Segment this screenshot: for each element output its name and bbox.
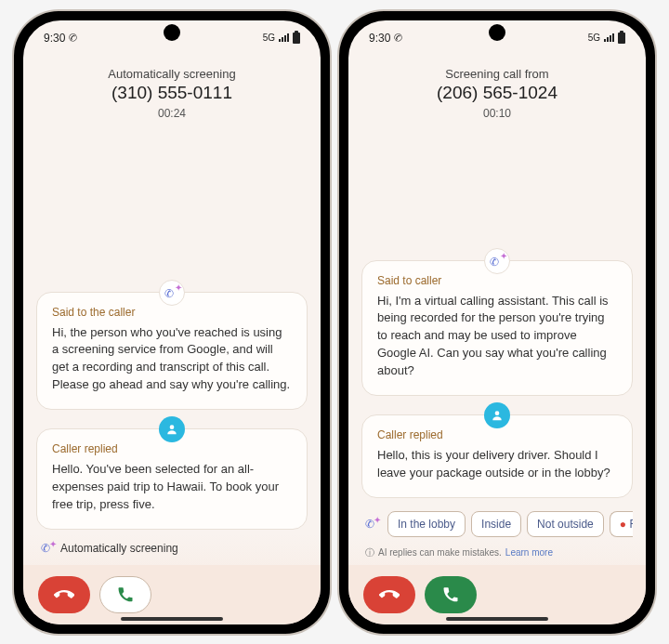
battery-icon xyxy=(618,33,625,44)
call-timer: 00:10 xyxy=(348,107,646,120)
call-active-icon: ✆ xyxy=(393,31,404,45)
answer-button[interactable] xyxy=(425,576,477,613)
call-timer: 00:24 xyxy=(23,107,321,120)
card-label: Said to caller xyxy=(377,274,617,287)
reply-chip-overflow[interactable]: ● Rep xyxy=(610,511,633,537)
phone-screen: 9:30 ✆ 5G Screening call from (206) 565-… xyxy=(348,20,646,624)
caller-message-card: Caller replied Hello, this is your deliv… xyxy=(361,414,633,498)
call-header: Screening call from (206) 565-1024 00:10 xyxy=(348,56,646,125)
svg-point-1 xyxy=(495,411,500,415)
card-label: Caller replied xyxy=(377,428,617,441)
card-text: Hi, I'm a virtual calling assistant. Thi… xyxy=(377,293,617,380)
screening-status: ✆✦ Automatically screening xyxy=(36,535,308,565)
screening-title: Automatically screening xyxy=(23,67,321,81)
answer-button[interactable] xyxy=(99,576,151,613)
network-label: 5G xyxy=(588,33,600,43)
phone-mockup-right: 9:30 ✆ 5G Screening call from (206) 565-… xyxy=(339,11,655,634)
caller-number: (310) 555-0111 xyxy=(23,83,321,103)
status-time: 9:30 xyxy=(44,32,65,45)
signal-icon xyxy=(279,33,289,42)
status-text: Automatically screening xyxy=(60,542,178,555)
disclaimer-text: AI replies can make mistakes. xyxy=(378,547,502,558)
learn-more-link[interactable]: Learn more xyxy=(505,547,553,558)
transcript-area: ✆✦ Said to caller Hi, I'm a virtual call… xyxy=(348,125,646,565)
assistant-icon: ✆✦ xyxy=(40,541,55,556)
card-text: Hello, this is your delivery driver. Sho… xyxy=(377,447,617,482)
call-actions xyxy=(23,565,321,624)
transcript-area: ✆✦ Said to the caller Hi, the person who… xyxy=(23,125,321,565)
info-icon: ⓘ xyxy=(365,546,374,559)
card-text: Hi, the person who you've reached is usi… xyxy=(52,324,292,394)
battery-icon xyxy=(293,33,300,44)
call-header: Automatically screening (310) 555-0111 0… xyxy=(23,56,321,125)
network-label: 5G xyxy=(263,33,275,43)
ai-disclaimer: ⓘ AI replies can make mistakes. Learn mo… xyxy=(361,545,633,565)
card-text: Hello. You've been selected for an all-e… xyxy=(52,461,292,514)
svg-point-0 xyxy=(170,425,175,429)
assistant-icon: ✆✦ xyxy=(361,514,382,534)
camera-notch xyxy=(164,24,180,41)
hangup-button[interactable] xyxy=(38,576,90,613)
screening-title: Screening call from xyxy=(348,67,646,81)
suggested-replies: ✆✦ In the lobby Inside Not outside ● Rep xyxy=(361,504,633,539)
assistant-message-card: ✆✦ Said to caller Hi, I'm a virtual call… xyxy=(361,260,633,396)
phone-screen: 9:30 ✆ 5G Automatically screening (310) … xyxy=(23,20,321,624)
caller-message-card: Caller replied Hello. You've been select… xyxy=(36,428,308,530)
card-label: Caller replied xyxy=(52,442,292,455)
reply-chip[interactable]: In the lobby xyxy=(387,511,466,537)
signal-icon xyxy=(604,33,614,42)
caller-number: (206) 565-1024 xyxy=(348,83,646,103)
reply-chip[interactable]: Inside xyxy=(471,511,521,537)
reply-chip[interactable]: Not outside xyxy=(527,511,604,537)
call-active-icon: ✆ xyxy=(68,31,79,45)
phone-mockup-left: 9:30 ✆ 5G Automatically screening (310) … xyxy=(14,11,330,634)
camera-notch xyxy=(489,24,505,41)
status-time: 9:30 xyxy=(369,32,390,45)
assistant-icon: ✆✦ xyxy=(484,248,510,274)
hangup-button[interactable] xyxy=(363,576,415,613)
home-indicator[interactable] xyxy=(446,617,548,621)
call-actions xyxy=(348,565,646,624)
assistant-message-card: ✆✦ Said to the caller Hi, the person who… xyxy=(36,292,308,410)
caller-avatar-icon xyxy=(159,416,185,442)
card-label: Said to the caller xyxy=(52,306,292,319)
assistant-icon: ✆✦ xyxy=(159,280,185,306)
home-indicator[interactable] xyxy=(121,617,223,621)
caller-avatar-icon xyxy=(484,402,510,428)
